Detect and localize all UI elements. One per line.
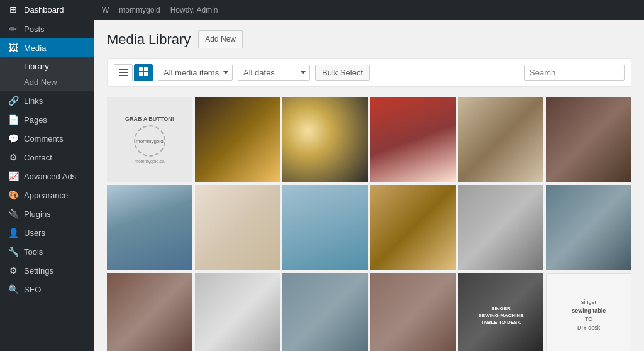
view-toggle xyxy=(114,64,153,81)
svg-rect-4 xyxy=(144,67,148,71)
sidebar-item-label: Comments xyxy=(24,134,64,143)
add-new-button[interactable]: Add New xyxy=(198,30,243,48)
sidebar-item-dashboard[interactable]: ⊞ Dashboard xyxy=(0,0,94,20)
sidebar-item-comments[interactable]: 💬 Comments xyxy=(0,129,94,148)
comments-icon: 💬 xyxy=(8,133,19,143)
media-item[interactable] xyxy=(107,273,192,351)
links-icon: 🔗 xyxy=(8,96,19,106)
search-input[interactable] xyxy=(524,65,625,81)
media-item[interactable] xyxy=(458,185,544,270)
media-item[interactable] xyxy=(107,185,192,270)
dashboard-icon: ⊞ xyxy=(8,4,19,14)
plugins-icon: 🔌 xyxy=(8,209,19,219)
media-item[interactable] xyxy=(370,273,456,351)
admin-bar-site[interactable]: mommygold xyxy=(119,6,160,14)
sidebar-item-label: Dashboard xyxy=(24,5,64,14)
media-item[interactable]: SINGERSEWING MACHINETABLE TO DESK xyxy=(458,273,544,351)
grid-view-button[interactable] xyxy=(134,64,153,81)
posts-icon: ✏ xyxy=(8,24,19,34)
page-title: Media Library xyxy=(107,31,191,48)
sidebar-item-label: Contact xyxy=(24,153,52,162)
sidebar-item-posts[interactable]: ✏ Posts xyxy=(0,20,94,38)
svg-rect-0 xyxy=(119,69,128,70)
users-icon: 👤 xyxy=(8,228,19,238)
sidebar-item-plugins[interactable]: 🔌 Plugins xyxy=(0,204,94,223)
media-submenu: Library Add New xyxy=(0,57,94,91)
sidebar-item-label: Tools xyxy=(24,247,43,257)
sidebar-item-pages[interactable]: 📄 Pages xyxy=(0,110,94,129)
list-view-icon xyxy=(119,69,128,76)
sidebar-item-contact[interactable]: ⚙ Contact xyxy=(0,148,94,167)
media-item[interactable] xyxy=(282,185,368,270)
filter-media-select[interactable]: All media items Images Audio Video Docum… xyxy=(158,65,233,81)
admin-bar: W mommygold Howdy, Admin xyxy=(94,0,644,20)
media-item[interactable] xyxy=(195,185,280,270)
sidebar-item-advanced-ads[interactable]: 📈 Advanced Ads xyxy=(0,167,94,186)
sidebar-item-label: SEO xyxy=(24,285,41,294)
media-item[interactable]: singersewing tableTODIY desk xyxy=(546,273,631,351)
sidebar-item-label: Links xyxy=(24,96,43,106)
sidebar-item-label: Posts xyxy=(24,25,45,34)
media-item[interactable] xyxy=(546,97,631,182)
media-item[interactable] xyxy=(195,97,280,182)
sidebar-item-settings[interactable]: ⚙ Settings xyxy=(0,261,94,280)
sidebar-item-tools[interactable]: 🔧 Tools xyxy=(0,242,94,261)
pages-icon: 📄 xyxy=(8,114,19,125)
media-item[interactable] xyxy=(282,273,368,351)
main-content: W mommygold Howdy, Admin Media Library A… xyxy=(94,0,644,351)
sidebar-item-media[interactable]: 🖼 Media xyxy=(0,38,94,57)
media-thumbnail xyxy=(195,97,280,182)
media-grid: GRAB A BUTTON! mommygold mommygold.ca xyxy=(107,97,631,351)
media-icon: 🖼 xyxy=(8,43,19,53)
admin-bar-howdy[interactable]: Howdy, Admin xyxy=(170,6,218,14)
bulk-select-button[interactable]: Bulk Select xyxy=(315,65,370,81)
sidebar-item-label: Appearance xyxy=(24,191,68,200)
media-item[interactable] xyxy=(370,97,456,182)
page-header: Media Library Add New xyxy=(107,30,631,48)
sidebar-item-library[interactable]: Library xyxy=(0,58,94,74)
sidebar-item-label: Advanced Ads xyxy=(24,172,76,181)
grid-view-icon xyxy=(139,67,148,76)
settings-icon: ⚙ xyxy=(8,265,19,276)
svg-rect-2 xyxy=(119,75,128,76)
media-item[interactable] xyxy=(282,97,368,182)
sidebar-item-label: Users xyxy=(24,228,45,238)
sidebar-item-add-new[interactable]: Add New xyxy=(0,74,94,90)
media-item[interactable] xyxy=(370,185,456,270)
admin-bar-wp[interactable]: W xyxy=(102,6,109,14)
list-view-button[interactable] xyxy=(114,64,133,81)
sidebar-item-seo[interactable]: 🔍 SEO xyxy=(0,280,94,299)
sidebar-item-label: Media xyxy=(24,43,46,53)
sidebar-item-links[interactable]: 🔗 Links xyxy=(0,91,94,110)
sidebar-item-label: Pages xyxy=(24,115,47,125)
tools-icon: 🔧 xyxy=(8,247,19,257)
sidebar: ⊞ Dashboard ✏ Posts 🖼 Media Library Add … xyxy=(0,0,94,351)
seo-icon: 🔍 xyxy=(8,284,19,294)
media-toolbar: All media items Images Audio Video Docum… xyxy=(107,58,631,87)
content-area: Media Library Add New xyxy=(94,20,644,351)
contact-icon: ⚙ xyxy=(8,152,19,162)
sidebar-item-appearance[interactable]: 🎨 Appearance xyxy=(0,186,94,204)
appearance-icon: 🎨 xyxy=(8,190,19,200)
sidebar-item-users[interactable]: 👤 Users xyxy=(0,223,94,242)
filter-dates-select[interactable]: All dates January 2015 February 2015 xyxy=(238,65,310,81)
media-item[interactable] xyxy=(458,97,544,182)
advanced-ads-icon: 📈 xyxy=(8,171,19,181)
svg-rect-5 xyxy=(139,72,143,76)
media-item[interactable] xyxy=(546,185,631,270)
media-item[interactable]: GRAB A BUTTON! mommygold mommygold.ca xyxy=(107,97,192,182)
svg-rect-3 xyxy=(139,67,143,71)
svg-rect-6 xyxy=(144,72,148,76)
sidebar-item-label: Plugins xyxy=(24,209,51,219)
sidebar-item-label: Settings xyxy=(24,266,53,276)
media-item[interactable] xyxy=(195,273,280,351)
svg-rect-1 xyxy=(119,72,128,73)
